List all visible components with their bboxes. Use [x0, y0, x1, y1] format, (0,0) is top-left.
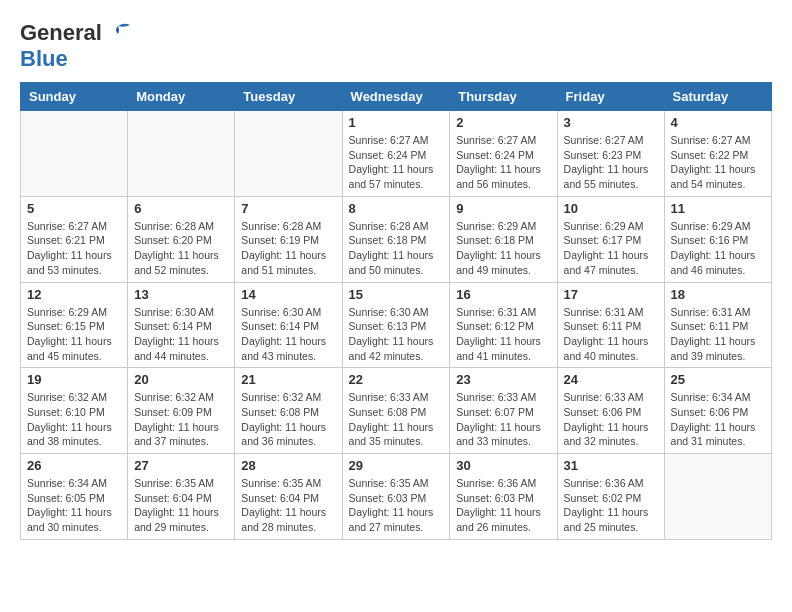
day-info: Sunrise: 6:29 AM Sunset: 6:16 PM Dayligh… [671, 219, 765, 278]
day-number: 16 [456, 287, 550, 302]
weekday-header-monday: Monday [128, 83, 235, 111]
day-info: Sunrise: 6:27 AM Sunset: 6:24 PM Dayligh… [349, 133, 444, 192]
calendar-cell: 12Sunrise: 6:29 AM Sunset: 6:15 PM Dayli… [21, 282, 128, 368]
calendar-cell: 9Sunrise: 6:29 AM Sunset: 6:18 PM Daylig… [450, 196, 557, 282]
calendar-cell: 10Sunrise: 6:29 AM Sunset: 6:17 PM Dayli… [557, 196, 664, 282]
day-number: 5 [27, 201, 121, 216]
logo-general-text: General [20, 20, 102, 46]
calendar-cell: 31Sunrise: 6:36 AM Sunset: 6:02 PM Dayli… [557, 454, 664, 540]
day-number: 20 [134, 372, 228, 387]
calendar-cell: 16Sunrise: 6:31 AM Sunset: 6:12 PM Dayli… [450, 282, 557, 368]
calendar-cell: 19Sunrise: 6:32 AM Sunset: 6:10 PM Dayli… [21, 368, 128, 454]
calendar-cell: 22Sunrise: 6:33 AM Sunset: 6:08 PM Dayli… [342, 368, 450, 454]
day-number: 6 [134, 201, 228, 216]
calendar-cell [128, 111, 235, 197]
calendar-week-row: 12Sunrise: 6:29 AM Sunset: 6:15 PM Dayli… [21, 282, 772, 368]
day-info: Sunrise: 6:31 AM Sunset: 6:12 PM Dayligh… [456, 305, 550, 364]
day-info: Sunrise: 6:27 AM Sunset: 6:22 PM Dayligh… [671, 133, 765, 192]
day-number: 13 [134, 287, 228, 302]
day-info: Sunrise: 6:36 AM Sunset: 6:03 PM Dayligh… [456, 476, 550, 535]
calendar-table: SundayMondayTuesdayWednesdayThursdayFrid… [20, 82, 772, 540]
calendar-week-row: 1Sunrise: 6:27 AM Sunset: 6:24 PM Daylig… [21, 111, 772, 197]
calendar-cell: 23Sunrise: 6:33 AM Sunset: 6:07 PM Dayli… [450, 368, 557, 454]
calendar-cell: 14Sunrise: 6:30 AM Sunset: 6:14 PM Dayli… [235, 282, 342, 368]
calendar-cell [664, 454, 771, 540]
calendar-cell [21, 111, 128, 197]
day-number: 29 [349, 458, 444, 473]
calendar-cell: 2Sunrise: 6:27 AM Sunset: 6:24 PM Daylig… [450, 111, 557, 197]
calendar-cell: 28Sunrise: 6:35 AM Sunset: 6:04 PM Dayli… [235, 454, 342, 540]
weekday-header-tuesday: Tuesday [235, 83, 342, 111]
calendar-cell: 4Sunrise: 6:27 AM Sunset: 6:22 PM Daylig… [664, 111, 771, 197]
calendar-cell: 24Sunrise: 6:33 AM Sunset: 6:06 PM Dayli… [557, 368, 664, 454]
day-info: Sunrise: 6:34 AM Sunset: 6:06 PM Dayligh… [671, 390, 765, 449]
day-number: 8 [349, 201, 444, 216]
day-info: Sunrise: 6:28 AM Sunset: 6:20 PM Dayligh… [134, 219, 228, 278]
weekday-header-friday: Friday [557, 83, 664, 111]
day-number: 1 [349, 115, 444, 130]
day-info: Sunrise: 6:35 AM Sunset: 6:04 PM Dayligh… [134, 476, 228, 535]
day-info: Sunrise: 6:27 AM Sunset: 6:21 PM Dayligh… [27, 219, 121, 278]
day-number: 14 [241, 287, 335, 302]
day-info: Sunrise: 6:28 AM Sunset: 6:18 PM Dayligh… [349, 219, 444, 278]
calendar-cell: 3Sunrise: 6:27 AM Sunset: 6:23 PM Daylig… [557, 111, 664, 197]
day-info: Sunrise: 6:35 AM Sunset: 6:04 PM Dayligh… [241, 476, 335, 535]
day-number: 15 [349, 287, 444, 302]
calendar-cell: 20Sunrise: 6:32 AM Sunset: 6:09 PM Dayli… [128, 368, 235, 454]
day-number: 23 [456, 372, 550, 387]
day-number: 19 [27, 372, 121, 387]
calendar-cell: 29Sunrise: 6:35 AM Sunset: 6:03 PM Dayli… [342, 454, 450, 540]
day-number: 9 [456, 201, 550, 216]
calendar-cell [235, 111, 342, 197]
day-number: 10 [564, 201, 658, 216]
day-info: Sunrise: 6:27 AM Sunset: 6:24 PM Dayligh… [456, 133, 550, 192]
logo-blue-text: Blue [20, 46, 68, 71]
day-info: Sunrise: 6:36 AM Sunset: 6:02 PM Dayligh… [564, 476, 658, 535]
day-info: Sunrise: 6:30 AM Sunset: 6:13 PM Dayligh… [349, 305, 444, 364]
day-info: Sunrise: 6:29 AM Sunset: 6:15 PM Dayligh… [27, 305, 121, 364]
calendar-cell: 17Sunrise: 6:31 AM Sunset: 6:11 PM Dayli… [557, 282, 664, 368]
calendar-cell: 13Sunrise: 6:30 AM Sunset: 6:14 PM Dayli… [128, 282, 235, 368]
weekday-header-sunday: Sunday [21, 83, 128, 111]
day-info: Sunrise: 6:30 AM Sunset: 6:14 PM Dayligh… [241, 305, 335, 364]
weekday-header-wednesday: Wednesday [342, 83, 450, 111]
logo-bird-icon [104, 22, 132, 44]
day-info: Sunrise: 6:29 AM Sunset: 6:18 PM Dayligh… [456, 219, 550, 278]
day-number: 18 [671, 287, 765, 302]
day-info: Sunrise: 6:28 AM Sunset: 6:19 PM Dayligh… [241, 219, 335, 278]
day-info: Sunrise: 6:32 AM Sunset: 6:10 PM Dayligh… [27, 390, 121, 449]
day-info: Sunrise: 6:33 AM Sunset: 6:06 PM Dayligh… [564, 390, 658, 449]
calendar-cell: 1Sunrise: 6:27 AM Sunset: 6:24 PM Daylig… [342, 111, 450, 197]
day-number: 27 [134, 458, 228, 473]
day-info: Sunrise: 6:30 AM Sunset: 6:14 PM Dayligh… [134, 305, 228, 364]
day-number: 31 [564, 458, 658, 473]
day-number: 28 [241, 458, 335, 473]
page-header: General Blue [20, 20, 772, 72]
weekday-header-saturday: Saturday [664, 83, 771, 111]
calendar-cell: 5Sunrise: 6:27 AM Sunset: 6:21 PM Daylig… [21, 196, 128, 282]
day-info: Sunrise: 6:27 AM Sunset: 6:23 PM Dayligh… [564, 133, 658, 192]
calendar-week-row: 19Sunrise: 6:32 AM Sunset: 6:10 PM Dayli… [21, 368, 772, 454]
day-number: 11 [671, 201, 765, 216]
day-info: Sunrise: 6:35 AM Sunset: 6:03 PM Dayligh… [349, 476, 444, 535]
calendar-cell: 8Sunrise: 6:28 AM Sunset: 6:18 PM Daylig… [342, 196, 450, 282]
day-info: Sunrise: 6:31 AM Sunset: 6:11 PM Dayligh… [564, 305, 658, 364]
day-number: 22 [349, 372, 444, 387]
day-number: 3 [564, 115, 658, 130]
weekday-header-thursday: Thursday [450, 83, 557, 111]
calendar-cell: 30Sunrise: 6:36 AM Sunset: 6:03 PM Dayli… [450, 454, 557, 540]
day-number: 25 [671, 372, 765, 387]
day-number: 2 [456, 115, 550, 130]
calendar-cell: 18Sunrise: 6:31 AM Sunset: 6:11 PM Dayli… [664, 282, 771, 368]
logo: General Blue [20, 20, 132, 72]
day-number: 7 [241, 201, 335, 216]
calendar-header-row: SundayMondayTuesdayWednesdayThursdayFrid… [21, 83, 772, 111]
day-number: 26 [27, 458, 121, 473]
calendar-cell: 7Sunrise: 6:28 AM Sunset: 6:19 PM Daylig… [235, 196, 342, 282]
calendar-week-row: 26Sunrise: 6:34 AM Sunset: 6:05 PM Dayli… [21, 454, 772, 540]
calendar-week-row: 5Sunrise: 6:27 AM Sunset: 6:21 PM Daylig… [21, 196, 772, 282]
day-info: Sunrise: 6:33 AM Sunset: 6:07 PM Dayligh… [456, 390, 550, 449]
day-number: 17 [564, 287, 658, 302]
day-number: 21 [241, 372, 335, 387]
calendar-cell: 25Sunrise: 6:34 AM Sunset: 6:06 PM Dayli… [664, 368, 771, 454]
